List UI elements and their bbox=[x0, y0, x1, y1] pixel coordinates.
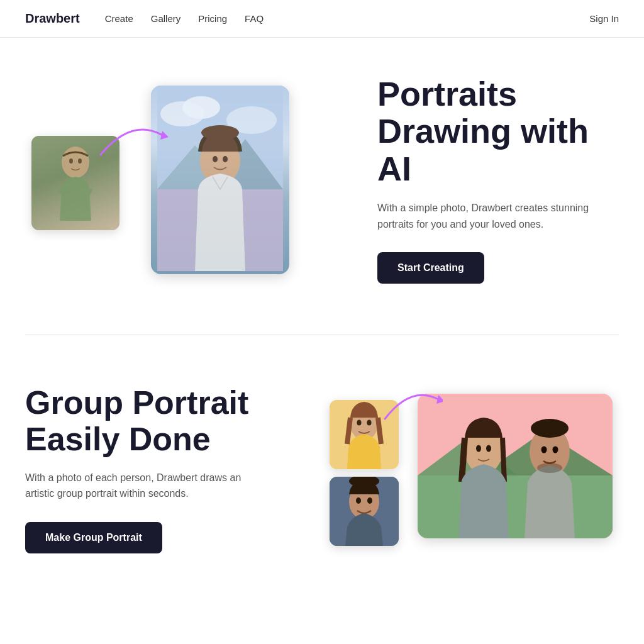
svg-point-12 bbox=[213, 156, 218, 162]
hero-image-area bbox=[25, 86, 352, 274]
svg-marker-24 bbox=[436, 395, 443, 404]
hero-text-area: Portraits Drawing with AI With a simple … bbox=[377, 75, 619, 284]
svg-point-35 bbox=[553, 447, 558, 453]
group-photo-man bbox=[330, 477, 399, 546]
svg-point-14 bbox=[201, 125, 239, 140]
svg-point-13 bbox=[223, 156, 228, 162]
svg-point-22 bbox=[367, 497, 372, 504]
hero-title: Portraits Drawing with AI bbox=[377, 75, 619, 187]
group-arrow-icon bbox=[380, 387, 443, 425]
group-subtitle: With a photo of each person, Drawbert dr… bbox=[25, 470, 264, 502]
start-creating-button[interactable]: Start Creating bbox=[377, 252, 484, 284]
group-image-area bbox=[330, 394, 619, 545]
hero-section: Portraits Drawing with AI With a simple … bbox=[0, 38, 644, 334]
arrow-icon bbox=[94, 123, 170, 161]
nav-faq[interactable]: FAQ bbox=[245, 13, 264, 24]
hero-portrait-result bbox=[151, 86, 289, 274]
svg-point-18 bbox=[367, 420, 372, 426]
svg-point-34 bbox=[541, 447, 547, 453]
nav-links: Create Gallery Pricing FAQ bbox=[105, 13, 264, 24]
hero-subtitle: With a simple photo, Drawbert creates st… bbox=[377, 200, 616, 232]
svg-rect-28 bbox=[418, 475, 613, 538]
navbar: Drawbert Create Gallery Pricing FAQ Sign… bbox=[0, 0, 644, 38]
svg-point-30 bbox=[476, 445, 481, 452]
signin-button[interactable]: Sign In bbox=[589, 13, 619, 24]
group-text-area: Group Portrait Easily Done With a photo … bbox=[25, 385, 304, 553]
svg-point-33 bbox=[531, 419, 569, 438]
make-group-portrait-button[interactable]: Make Group Portrait bbox=[25, 522, 162, 553]
nav-pricing[interactable]: Pricing bbox=[198, 13, 227, 24]
svg-point-21 bbox=[356, 497, 361, 504]
group-title: Group Portrait Easily Done bbox=[25, 385, 304, 457]
group-portrait-result bbox=[418, 394, 613, 538]
nav-gallery[interactable]: Gallery bbox=[151, 13, 181, 24]
svg-point-6 bbox=[182, 96, 220, 119]
svg-marker-3 bbox=[160, 131, 169, 140]
svg-point-36 bbox=[537, 463, 562, 473]
group-section: Group Portrait Easily Done With a photo … bbox=[0, 335, 644, 591]
nav-create[interactable]: Create bbox=[105, 13, 133, 24]
svg-point-17 bbox=[357, 420, 362, 426]
svg-point-2 bbox=[78, 158, 82, 164]
logo[interactable]: Drawbert bbox=[25, 11, 80, 26]
svg-point-31 bbox=[486, 445, 491, 452]
svg-point-1 bbox=[69, 158, 73, 164]
